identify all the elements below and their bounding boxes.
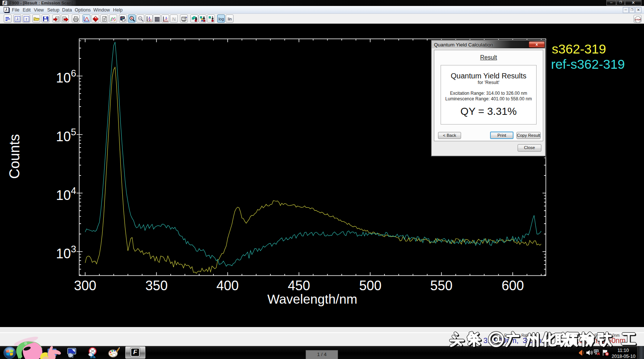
svg-text:STOP: STOP [635,19,641,21]
svg-text:τ: τ [26,16,28,22]
svg-text:106: 106 [56,68,76,85]
svg-text:Counts: Counts [7,134,22,179]
svg-text:450: 450 [288,278,310,293]
svg-text:350: 350 [145,278,168,293]
svg-text:lin: lin [228,17,232,21]
svg-text:105: 105 [56,126,76,144]
svg-text:104: 104 [56,185,76,203]
svg-text:s362-319: s362-319 [552,42,606,56]
svg-text:500: 500 [359,278,381,293]
svg-text:550: 550 [430,278,453,293]
svg-text:log: log [219,17,224,21]
svg-text:400: 400 [216,278,239,293]
svg-text:N: N [172,16,176,22]
svg-text:λ: λ [16,16,18,22]
svg-text:Wavelength/nm: Wavelength/nm [267,292,357,306]
svg-text:103: 103 [56,243,76,261]
svg-text:300: 300 [74,278,96,293]
svg-text:600: 600 [502,278,524,293]
svg-text:ref-s362-319: ref-s362-319 [551,57,625,71]
